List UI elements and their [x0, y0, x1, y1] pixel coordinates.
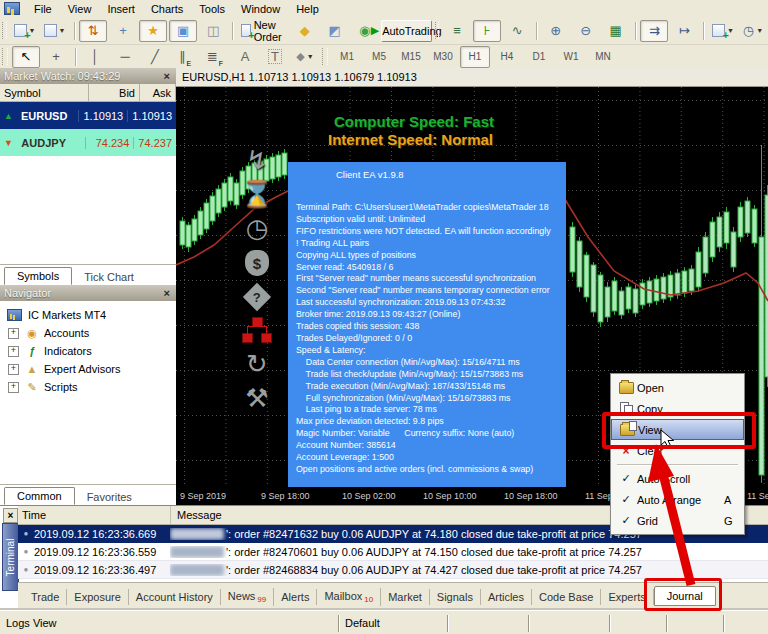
context-menu-item-clear[interactable]: × Clear: [611, 440, 744, 461]
column-bid[interactable]: Bid: [89, 84, 140, 101]
metaeditor-button[interactable]: ◆: [291, 20, 319, 42]
time-axis-label: 9 Sep 18:00: [261, 491, 342, 501]
timeframe-button[interactable]: MN: [588, 46, 618, 68]
menu-item[interactable]: Tools: [191, 1, 233, 17]
close-icon[interactable]: ×: [162, 70, 172, 82]
terminal-tab[interactable]: Journal: [654, 586, 716, 606]
tab-symbols[interactable]: Symbols: [4, 267, 72, 285]
terminal-toggle[interactable]: ▣: [169, 20, 197, 42]
tab-common[interactable]: Common: [4, 487, 75, 505]
timeframe-button[interactable]: H4: [492, 46, 522, 68]
context-menu-item-auto-arrange[interactable]: ✓ Auto Arrange A: [611, 489, 744, 510]
trendline-button[interactable]: ╱: [141, 46, 169, 68]
ea-panel-line: Magic Number: Variable Currency suffix: …: [296, 428, 558, 440]
timeframe-button[interactable]: M1: [332, 46, 362, 68]
terminal-tab[interactable]: Code Base: [532, 589, 601, 605]
context-menu-item-open[interactable]: Open: [611, 377, 744, 398]
toolbar-grip[interactable]: [322, 48, 328, 65]
navigator-toggle[interactable]: ★: [139, 20, 167, 42]
menu-item[interactable]: Window: [233, 1, 288, 17]
cursor-button[interactable]: ↖: [12, 46, 40, 68]
options-button[interactable]: ◩: [321, 20, 349, 42]
crosshair-button[interactable]: +: [42, 46, 70, 68]
context-menu-item-copy[interactable]: Copy: [611, 398, 744, 419]
menu-item[interactable]: Help: [288, 1, 327, 17]
timeframe-button[interactable]: W1: [556, 46, 586, 68]
terminal-tab[interactable]: Market: [381, 589, 430, 605]
data-window-button[interactable]: +: [109, 20, 137, 42]
journal-row[interactable]: ● 2019.09.12 16:23:36.559 ': order #8247…: [18, 543, 768, 561]
tab-favorites[interactable]: Favorites: [75, 489, 144, 505]
context-menu-item-auto-scroll[interactable]: ✓ Auto Scroll: [611, 468, 744, 489]
text-button[interactable]: A: [231, 46, 259, 68]
symbol-row-audjpy[interactable]: ▼ AUDJPY 74.234 74.237: [0, 129, 176, 156]
chart-shift-button[interactable]: ↦: [670, 20, 698, 42]
status-profile[interactable]: Default: [338, 615, 447, 632]
menu-item[interactable]: Charts: [143, 1, 191, 17]
zoom-in-button[interactable]: ⊕: [542, 20, 570, 42]
column-message[interactable]: Message: [171, 509, 222, 521]
toolbar-grip[interactable]: [435, 22, 440, 39]
expand-icon[interactable]: +: [8, 382, 19, 393]
tree-item-expert-advisors[interactable]: + ▲ Expert Advisors: [6, 360, 176, 378]
channel-button[interactable]: ∥E: [171, 46, 199, 68]
menu-item[interactable]: Insert: [99, 1, 143, 17]
strategy-tester-button[interactable]: ◫: [199, 20, 227, 42]
close-icon[interactable]: ×: [162, 287, 172, 299]
tree-root-account[interactable]: IC Markets MT4: [6, 306, 176, 324]
bar-chart-button[interactable]: ≡: [443, 20, 471, 42]
symbol-row-eurusd[interactable]: ▲ EURUSD 1.10913 1.10913: [0, 102, 176, 129]
terminal-tab[interactable]: Mailbox 10: [317, 588, 381, 606]
terminal-tab[interactable]: Trade: [24, 589, 67, 605]
candlestick-button[interactable]: ⊦: [473, 20, 501, 42]
horizontal-line-button[interactable]: ─: [111, 46, 139, 68]
context-menu-item-view[interactable]: View: [611, 419, 744, 440]
new-chart-button[interactable]: +▼: [11, 20, 39, 42]
timeframe-button[interactable]: D1: [524, 46, 554, 68]
terminal-tab[interactable]: Articles: [481, 589, 532, 605]
tab-tick-chart[interactable]: Tick Chart: [72, 269, 146, 285]
tile-windows-button[interactable]: ▦: [602, 20, 630, 42]
fibonacci-button[interactable]: ≣F: [201, 46, 229, 68]
toolbar-grip[interactable]: [2, 22, 7, 39]
timeframe-button[interactable]: M30: [428, 46, 458, 68]
timeframe-button[interactable]: M15: [396, 46, 426, 68]
terminal-tab[interactable]: Account History: [129, 589, 221, 605]
terminal-tab[interactable]: Exposure: [67, 589, 128, 605]
expand-icon[interactable]: +: [8, 364, 19, 375]
context-menu-item-grid[interactable]: ✓ Grid G: [611, 510, 744, 531]
journal-row[interactable]: ● 2019.09.12 16:23:36.497 ': order #8246…: [18, 561, 768, 579]
autotrading-button[interactable]: ▶AutoTrading: [381, 20, 432, 42]
timeframe-button[interactable]: H1: [460, 46, 490, 68]
cursor-icon: ↖: [21, 50, 32, 63]
tree-item-scripts[interactable]: + ✎ Scripts: [6, 378, 176, 396]
standard-toolbar: +▼ ▼ ⇅ + ★ ▣ ◫ +New Order ◆ ◩ ◉ ▶AutoTra…: [0, 17, 768, 45]
auto-scroll-button[interactable]: ⇉: [640, 20, 668, 42]
profiles-button[interactable]: ▼: [41, 20, 69, 42]
arrows-button[interactable]: ◆▼: [291, 46, 319, 68]
toolbar-grip[interactable]: [2, 48, 8, 65]
terminal-tab[interactable]: Signals: [430, 589, 481, 605]
new-order-button[interactable]: +New Order: [238, 20, 289, 42]
expand-icon[interactable]: +: [8, 346, 19, 357]
close-icon[interactable]: ×: [3, 508, 18, 523]
column-symbol[interactable]: Symbol: [0, 84, 89, 101]
expand-icon[interactable]: +: [8, 328, 19, 339]
menu-item[interactable]: View: [60, 1, 100, 17]
menu-item[interactable]: File: [26, 1, 60, 17]
text-label-button[interactable]: T: [261, 46, 289, 68]
tree-item-accounts[interactable]: + ◉ Accounts: [6, 324, 176, 342]
timeframe-button[interactable]: M5: [364, 46, 394, 68]
periods-button[interactable]: ◷▼: [739, 20, 767, 42]
terminal-tab[interactable]: Alerts: [274, 589, 317, 605]
indicators-button[interactable]: +▼: [709, 20, 737, 42]
column-ask[interactable]: Ask: [140, 84, 176, 101]
column-time[interactable]: Time: [18, 506, 171, 524]
tree-item-indicators[interactable]: + ƒ Indicators: [6, 342, 176, 360]
vertical-line-button[interactable]: │: [81, 46, 109, 68]
terminal-tab[interactable]: Experts: [601, 589, 653, 605]
zoom-out-button[interactable]: ⊖: [572, 20, 600, 42]
line-chart-button[interactable]: ∿: [503, 20, 531, 42]
market-watch-toggle[interactable]: ⇅: [79, 20, 107, 42]
terminal-tab[interactable]: News 99: [221, 588, 274, 606]
